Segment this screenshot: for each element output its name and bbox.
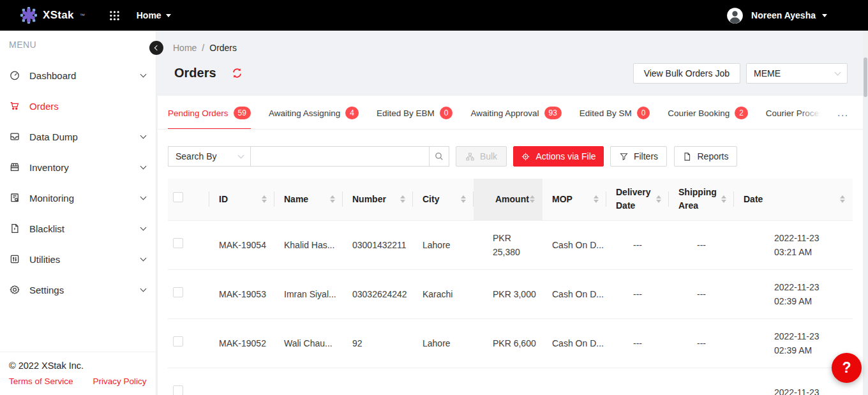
sidebar-item-orders[interactable]: Orders bbox=[0, 91, 156, 121]
row-checkbox[interactable] bbox=[173, 385, 183, 395]
column-header-number[interactable]: Number bbox=[343, 179, 413, 220]
cell-number: 03001432211 bbox=[343, 220, 413, 269]
brand-name: XStak bbox=[43, 9, 74, 22]
file-icon bbox=[682, 152, 692, 161]
cell-shipping-area bbox=[669, 368, 734, 395]
filters-button[interactable]: Filters bbox=[610, 146, 667, 167]
tab-courier-processing[interactable]: Courier Processing bbox=[766, 107, 821, 129]
row-checkbox[interactable] bbox=[173, 238, 183, 248]
cell-delivery-date: --- bbox=[606, 220, 669, 269]
table-row: MAK-19052 Wali Chau... 92 Lahore PKR 6,6… bbox=[168, 318, 853, 368]
tab-awaiting-assigning[interactable]: Awaiting Assigning 4 bbox=[269, 107, 359, 129]
select-all-checkbox[interactable] bbox=[173, 192, 183, 202]
actions-via-file-button[interactable]: Actions via File bbox=[513, 146, 604, 167]
column-label: Delivery Date bbox=[616, 187, 650, 211]
sidebar-item-inventory[interactable]: Inventory bbox=[0, 152, 156, 183]
column-header-date[interactable]: Date bbox=[734, 179, 853, 220]
sliders-icon bbox=[9, 253, 20, 265]
column-header-name[interactable]: Name bbox=[274, 179, 343, 220]
user-menu[interactable]: Noreen Ayesha bbox=[726, 7, 827, 24]
sidebar-item-utilities[interactable]: Utilities bbox=[0, 244, 156, 274]
column-header-shipping-area[interactable]: Shipping Area bbox=[669, 179, 734, 220]
tab-awaiting-approval[interactable]: Awaiting Approval 93 bbox=[470, 107, 561, 129]
chevron-down-icon bbox=[140, 163, 147, 169]
column-header-id[interactable]: ID bbox=[209, 179, 274, 220]
dashboard-icon bbox=[9, 70, 20, 81]
actions-via-file-label: Actions via File bbox=[535, 151, 595, 161]
sidebar-item-label: Settings bbox=[29, 285, 64, 295]
tab-edited-by-ebm[interactable]: Edited By EBM 0 bbox=[377, 107, 453, 129]
scrollbar-thumb[interactable] bbox=[864, 57, 867, 97]
store-select[interactable]: MEME bbox=[746, 63, 848, 84]
column-header-mop[interactable]: MOP bbox=[542, 179, 606, 220]
tab-count-badge: 0 bbox=[440, 107, 453, 119]
breadcrumb-home[interactable]: Home bbox=[173, 43, 197, 53]
sidebar-item-blacklist[interactable]: Blacklist bbox=[0, 213, 156, 244]
cell-mop: Cash On D... bbox=[542, 318, 606, 368]
column-header-amount[interactable]: Amount bbox=[474, 179, 542, 220]
sort-icons bbox=[461, 195, 466, 203]
orders-tabbar: Pending Orders 59 Awaiting Assigning 4 E… bbox=[158, 96, 863, 130]
sidebar-item-dashboard[interactable]: Dashboard bbox=[0, 60, 156, 91]
terms-link[interactable]: Terms of Service bbox=[9, 376, 73, 386]
chevron-down-icon bbox=[140, 285, 147, 292]
monitor-icon bbox=[9, 192, 20, 204]
copyright-text: © 2022 XStak Inc. bbox=[9, 361, 147, 371]
tab-courier-booking[interactable]: Courier Booking 2 bbox=[668, 107, 748, 129]
nav-home-menu[interactable]: Home bbox=[137, 10, 171, 20]
cell-amount: PKR 3,000 bbox=[474, 269, 542, 318]
sidebar-item-settings[interactable]: Settings bbox=[0, 274, 156, 305]
reports-button[interactable]: Reports bbox=[674, 146, 737, 167]
tab-pending-orders[interactable]: Pending Orders 59 bbox=[168, 107, 251, 129]
tab-count-badge: 0 bbox=[637, 107, 650, 119]
sidebar-item-data-dump[interactable]: Data Dump bbox=[0, 121, 156, 152]
row-checkbox[interactable] bbox=[173, 287, 183, 297]
page-scrollbar bbox=[863, 31, 868, 395]
sidebar-footer: © 2022 XStak Inc. Terms of Service Priva… bbox=[0, 352, 156, 395]
view-bulk-orders-button[interactable]: View Bulk Orders Job bbox=[633, 63, 740, 84]
search-by-select[interactable]: Search By bbox=[168, 146, 251, 167]
filters-label: Filters bbox=[634, 151, 658, 161]
cell-city: Lahore bbox=[413, 220, 474, 269]
avatar bbox=[726, 7, 744, 24]
bulk-button[interactable]: Bulk bbox=[456, 146, 507, 167]
nav-home-label: Home bbox=[137, 10, 161, 20]
chevron-down-icon bbox=[140, 255, 147, 261]
table-row: MAK-19054 Khalid Has... 03001432211 Laho… bbox=[168, 220, 853, 269]
column-header-delivery-date[interactable]: Delivery Date bbox=[606, 179, 669, 220]
sidebar-item-label: Monitoring bbox=[29, 193, 74, 204]
refresh-icon[interactable] bbox=[231, 67, 243, 79]
cell-name: Khalid Has... bbox=[274, 220, 343, 269]
gear-icon bbox=[9, 284, 20, 295]
cell-amount: PKR 25,380 bbox=[474, 220, 542, 269]
cell-id: MAK-19054 bbox=[209, 220, 274, 269]
more-tabs-button[interactable]: ... bbox=[834, 108, 853, 129]
column-header-city[interactable]: City bbox=[413, 179, 474, 220]
row-checkbox[interactable] bbox=[173, 336, 183, 347]
column-label: ID bbox=[219, 194, 228, 204]
tab-count-badge: 2 bbox=[735, 107, 748, 119]
apps-grid-icon[interactable] bbox=[109, 10, 120, 21]
orders-table: ID Name Number City Amount MOP Delivery … bbox=[168, 179, 853, 395]
sort-icons bbox=[530, 195, 535, 203]
sidebar-collapse-button[interactable] bbox=[149, 41, 163, 55]
search-by-value: Search By bbox=[176, 151, 217, 161]
tab-edited-by-sm[interactable]: Edited By SM 0 bbox=[580, 107, 650, 129]
help-button[interactable]: ? bbox=[832, 353, 862, 383]
orders-toolbar: Search By Bulk Actions via File bbox=[168, 146, 853, 167]
cell-number: 03032624242 bbox=[343, 269, 413, 318]
search-button[interactable] bbox=[430, 146, 449, 167]
sidebar-item-label: Data Dump bbox=[29, 131, 78, 142]
search-input[interactable] bbox=[251, 146, 430, 167]
aim-icon bbox=[521, 152, 530, 161]
privacy-link[interactable]: Privacy Policy bbox=[93, 376, 147, 386]
table-row: MAK-19053 Imran Siyal... 03032624242 Kar… bbox=[168, 269, 853, 318]
chevron-down-icon bbox=[238, 153, 244, 159]
sidebar-item-monitoring[interactable]: Monitoring bbox=[0, 183, 156, 213]
chevron-down-icon bbox=[140, 71, 147, 77]
tab-label: Courier Processing bbox=[766, 108, 821, 118]
cell-name: Wali Chau... bbox=[274, 318, 343, 368]
breadcrumb: Home / Orders bbox=[173, 43, 237, 53]
column-label: Amount bbox=[495, 194, 529, 204]
chevron-down-icon bbox=[140, 132, 147, 138]
